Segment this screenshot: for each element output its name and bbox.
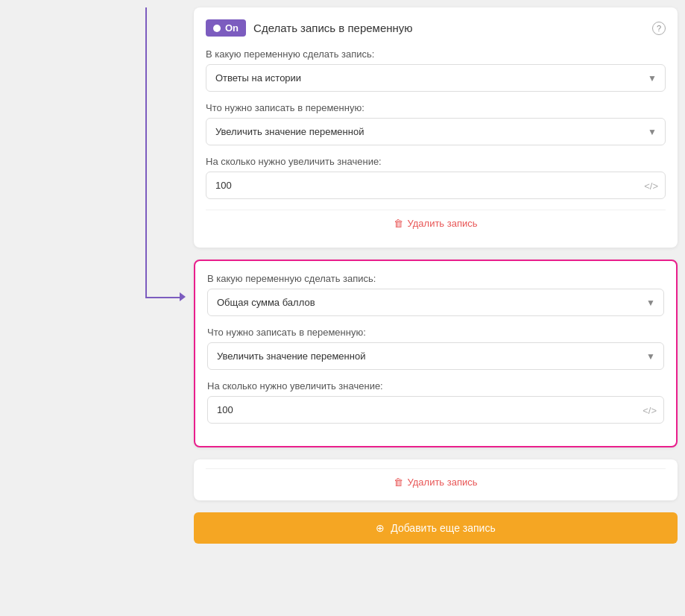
card1-code-icon[interactable]: </> <box>644 180 658 191</box>
card2-field2-label: Что нужно записать в переменную: <box>207 327 664 338</box>
card2-delete-link[interactable]: 🗑 Удалить запись <box>394 477 477 488</box>
card-1-title: Сделать запись в переменную <box>253 22 645 34</box>
card1-field2-wrapper: Увеличить значение переменной ▼ <box>206 118 666 145</box>
card1-variable-select[interactable]: Ответы на истории <box>206 64 666 92</box>
card2-field1-label: В какую переменную сделать запись: <box>207 273 664 284</box>
card1-delete-row: 🗑 Удалить запись <box>206 210 666 236</box>
left-panel <box>0 7 186 616</box>
card2-variable-select[interactable]: Общая сумма баллов <box>207 289 664 316</box>
toggle-label: On <box>225 22 239 34</box>
card1-field2-label: Что нужно записать в переменную: <box>206 102 666 113</box>
right-panel: On Сделать запись в переменную ? В какую… <box>186 7 685 616</box>
connector-horizontal <box>145 297 183 298</box>
card2-action-select[interactable]: Увеличить значение переменной <box>207 342 664 370</box>
add-icon: ⊕ <box>376 522 385 534</box>
add-record-button[interactable]: ⊕ Добавить еще запись <box>194 512 678 544</box>
card2-delete-card: 🗑 Удалить запись <box>194 459 678 500</box>
card1-value-input[interactable] <box>206 172 666 199</box>
trash-icon-2: 🗑 <box>394 477 403 488</box>
card2-delete-label: Удалить запись <box>407 477 477 488</box>
card1-delete-label: Удалить запись <box>407 218 477 229</box>
connector-vertical <box>145 7 147 298</box>
card1-field3-wrapper: </> <box>206 172 666 199</box>
card-1: On Сделать запись в переменную ? В какую… <box>194 7 678 248</box>
toggle-button[interactable]: On <box>206 19 246 37</box>
trash-icon-1: 🗑 <box>394 218 403 229</box>
card1-delete-link[interactable]: 🗑 Удалить запись <box>394 218 477 229</box>
page-wrapper: On Сделать запись в переменную ? В какую… <box>0 7 685 616</box>
card1-action-select[interactable]: Увеличить значение переменной <box>206 118 666 145</box>
card2-field3-label: На сколько нужно увеличить значение: <box>207 380 664 392</box>
card2-delete-row: 🗑 Удалить запись <box>206 468 666 494</box>
card1-field1-wrapper: Ответы на истории ▼ <box>206 64 666 92</box>
connector-arrow <box>180 292 186 301</box>
card2-field2-wrapper: Увеличить значение переменной ▼ <box>207 342 664 370</box>
card-1-header: On Сделать запись в переменную ? <box>206 19 666 37</box>
card1-field1-label: В какую переменную сделать запись: <box>206 48 666 60</box>
card2-code-icon[interactable]: </> <box>643 404 657 415</box>
card1-field3-label: На сколько нужно увеличить значение: <box>206 156 666 167</box>
card2-field1-wrapper: Общая сумма баллов ▼ <box>207 289 664 316</box>
toggle-dot <box>213 25 221 32</box>
card2-value-input[interactable] <box>207 396 664 424</box>
card-2: В какую переменную сделать запись: Общая… <box>194 260 678 447</box>
card2-field3-wrapper: </> <box>207 396 664 424</box>
add-button-label: Добавить еще запись <box>391 522 496 534</box>
help-icon[interactable]: ? <box>652 22 666 35</box>
